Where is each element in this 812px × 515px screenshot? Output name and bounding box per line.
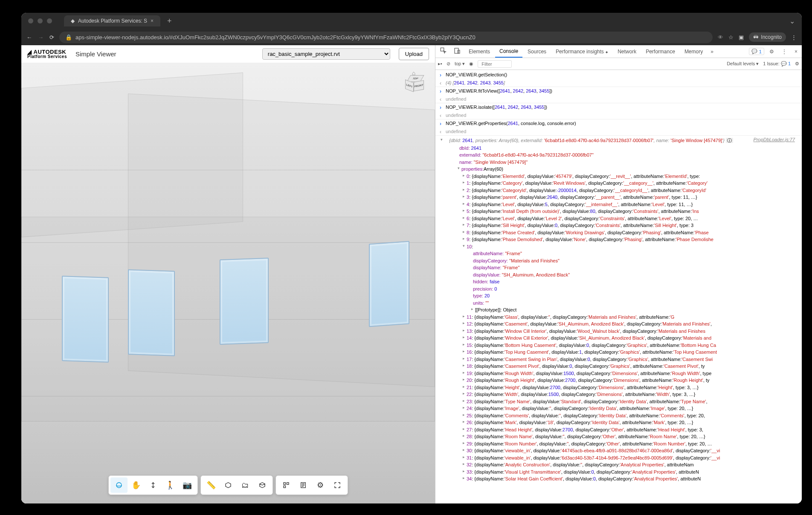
- window-dropdown-icon[interactable]: ⌄: [789, 17, 795, 25]
- prop-row-6[interactable]: 6: {displayName: 'Level', displayValue: …: [435, 215, 802, 222]
- prop-row-29[interactable]: 29: {displayName: 'Room Number', display…: [435, 440, 802, 448]
- close-window[interactable]: [28, 18, 33, 23]
- orbit-button[interactable]: [110, 477, 128, 493]
- live-expr-icon[interactable]: ◉: [469, 61, 473, 67]
- tab-network[interactable]: Network: [613, 46, 641, 57]
- prop-row-4[interactable]: 4: {displayName: 'Level', displayValue: …: [435, 201, 802, 208]
- prop-row-2[interactable]: 2: {displayName: 'CategoryId', displayVa…: [435, 187, 802, 194]
- console-settings-icon[interactable]: ⚙: [795, 61, 799, 67]
- more-tabs-icon[interactable]: »: [708, 47, 716, 56]
- prop-row-23[interactable]: 23: {displayName: 'Type Name', displayVa…: [435, 398, 802, 405]
- section-button[interactable]: [220, 477, 237, 493]
- console-output[interactable]: NOP_VIEWER.getSelection() (4) [2641, 264…: [435, 70, 802, 503]
- tab-console[interactable]: Console: [495, 46, 522, 58]
- clear-console-icon[interactable]: ⊘: [447, 61, 450, 67]
- prop-row-34[interactable]: 34: {displayName: 'Solar Heat Gain Coeff…: [435, 475, 802, 483]
- upload-button[interactable]: Upload: [399, 48, 429, 60]
- log-levels[interactable]: Default levels ▾: [727, 61, 759, 67]
- selected-window-4[interactable]: [369, 241, 409, 327]
- forward-icon[interactable]: →: [38, 34, 44, 41]
- issues-link[interactable]: 1 Issue: 💬 1: [763, 61, 791, 67]
- maximize-window[interactable]: [47, 18, 52, 23]
- incognito-icon: 👁: [718, 34, 723, 41]
- filter-input[interactable]: [478, 60, 512, 68]
- prop-row-14[interactable]: 14: {displayName: 'Window Cill Exterior'…: [435, 335, 802, 342]
- tab-elements[interactable]: Elements: [464, 46, 494, 57]
- tab-performance[interactable]: Performance: [641, 46, 679, 57]
- context-selector[interactable]: top ▾: [455, 61, 465, 67]
- tab-sources[interactable]: Sources: [523, 46, 551, 57]
- device-toggle-icon[interactable]: [451, 45, 464, 58]
- url-field[interactable]: 🔒 aps-simple-viewer-nodejs.autodesk.io/#…: [59, 32, 713, 43]
- traffic-lights[interactable]: [28, 18, 52, 23]
- prop-row-11[interactable]: 11: {displayName: 'Glass', displayValue:…: [435, 314, 802, 321]
- prop-row-7[interactable]: 7: {displayName: 'Sill Height', displayV…: [435, 222, 802, 229]
- extensions-icon[interactable]: ▣: [739, 34, 744, 41]
- prop-row-32[interactable]: 32: {displayName: 'Analytic Construction…: [435, 461, 802, 468]
- settings-button[interactable]: ⚙: [312, 477, 329, 493]
- prop-row-27[interactable]: 27: {displayName: 'Head Height', display…: [435, 426, 802, 434]
- prop-row-31[interactable]: 31: {displayName: 'viewable_in', display…: [435, 454, 802, 462]
- prop-row-1[interactable]: 1: {displayName: 'Category', displayValu…: [435, 180, 802, 187]
- model-select[interactable]: rac_basic_sample_project.rvt: [262, 48, 390, 60]
- aps-logo: ◢AUTODESK Platform Services: [27, 49, 67, 59]
- model-browser-button[interactable]: [278, 477, 295, 493]
- prop-row-0[interactable]: 0: {displayName: 'ElementId', displayVal…: [435, 173, 802, 180]
- prop-row-12[interactable]: 12: {displayName: 'Casement', displayVal…: [435, 320, 802, 328]
- devtools-settings-icon[interactable]: ⚙: [767, 47, 777, 56]
- prop-row-10[interactable]: 10:: [435, 243, 802, 250]
- url-bar: ← → ⟳ 🔒 aps-simple-viewer-nodejs.autodes…: [21, 29, 802, 45]
- prop-row-9[interactable]: 9: {displayName: 'Phase Demolished', dis…: [435, 236, 802, 243]
- prop-row-30[interactable]: 30: {displayName: 'viewable_in', display…: [435, 447, 802, 454]
- zoom-button[interactable]: [145, 477, 162, 493]
- prop-row-21[interactable]: 21: {displayName: 'Height', displayValue…: [435, 384, 802, 391]
- properties-button[interactable]: [295, 477, 312, 493]
- viewer-canvas[interactable]: ⌂ TOP LEFT FRONT: [21, 63, 435, 503]
- devtools-menu-icon[interactable]: ⋮: [779, 47, 789, 56]
- prop-row-3[interactable]: 3: {displayName: 'parent', displayValue:…: [435, 194, 802, 201]
- prop-row-20[interactable]: 20: {displayName: 'Rough Height', displa…: [435, 377, 802, 384]
- prop-row-13[interactable]: 13: {displayName: 'Window Cill Interior'…: [435, 328, 802, 335]
- back-icon[interactable]: ←: [26, 34, 32, 41]
- tab-memory[interactable]: Memory: [680, 46, 707, 57]
- prop-row-24[interactable]: 24: {displayName: 'Image', displayValue:…: [435, 405, 802, 412]
- prop-row-18[interactable]: 18: {displayName: 'Casement Pivot', disp…: [435, 363, 802, 370]
- pan-button[interactable]: ✋: [128, 477, 145, 493]
- prop-row-15[interactable]: 15: {displayName: 'Bottom Hung Casement'…: [435, 342, 802, 349]
- prop-row-19[interactable]: 19: {displayName: 'Rough Width', display…: [435, 370, 802, 377]
- issues-badge[interactable]: 💬 1: [749, 48, 764, 55]
- prop-row-25[interactable]: 25: {displayName: 'Comments', displayVal…: [435, 412, 802, 419]
- prop-row-17[interactable]: 17: {displayName: 'Casement Swing in Pla…: [435, 356, 802, 363]
- selected-window-1[interactable]: [62, 276, 109, 363]
- measure-button[interactable]: 📏: [203, 477, 220, 493]
- prop-row-26[interactable]: 26: {displayName: 'Mark', displayValue: …: [435, 419, 802, 426]
- obj-properties[interactable]: properties: Array(60): [435, 166, 802, 173]
- inspect-icon[interactable]: [437, 45, 450, 58]
- menu-icon[interactable]: ⋮: [791, 34, 797, 41]
- tab-close-icon[interactable]: ×: [151, 18, 154, 24]
- prop-row-33[interactable]: 33: {displayName: 'Visual Light Transmit…: [435, 468, 802, 476]
- prop-row-16[interactable]: 16: {displayName: 'Top Hung Casement', d…: [435, 349, 802, 356]
- reload-icon[interactable]: ⟳: [49, 34, 54, 41]
- explode-button[interactable]: 🗂: [237, 477, 254, 493]
- prop-row-5[interactable]: 5: {displayName: 'Install Depth (from ou…: [435, 208, 802, 215]
- object-summary[interactable]: {dbId: 2641, properties: Array(60), exte…: [435, 137, 802, 145]
- prop-row-8[interactable]: 8: {displayName: 'Phase Created', displa…: [435, 229, 802, 236]
- browser-tab[interactable]: ◆ Autodesk Platform Services: S ×: [64, 15, 160, 26]
- fullscreen-button[interactable]: [329, 477, 346, 493]
- new-tab-button[interactable]: +: [167, 17, 172, 26]
- walk-button[interactable]: 🚶: [162, 477, 179, 493]
- devtools-close-icon[interactable]: ×: [792, 47, 800, 56]
- minimize-window[interactable]: [38, 18, 43, 23]
- selected-window-2[interactable]: [128, 269, 175, 356]
- camera-button[interactable]: 📷: [179, 477, 196, 493]
- bookmark-icon[interactable]: ☆: [728, 34, 734, 41]
- prop-row-28[interactable]: 28: {displayName: 'Room Name', displayVa…: [435, 433, 802, 440]
- model-button[interactable]: [254, 477, 271, 493]
- selected-window-3[interactable]: [220, 258, 269, 345]
- tab-perf-insights[interactable]: Performance insights ⬥: [551, 46, 612, 57]
- prototype-row[interactable]: [[Prototype]]: Object: [435, 306, 802, 314]
- prop-row-22[interactable]: 22: {displayName: 'Width', displayValue:…: [435, 391, 802, 398]
- console-sidebar-toggle-icon[interactable]: ▸▪: [438, 61, 442, 67]
- obj-externalid: externalId: "6cbabf1d-e8d0-47f0-ac4d-9a7…: [435, 151, 802, 159]
